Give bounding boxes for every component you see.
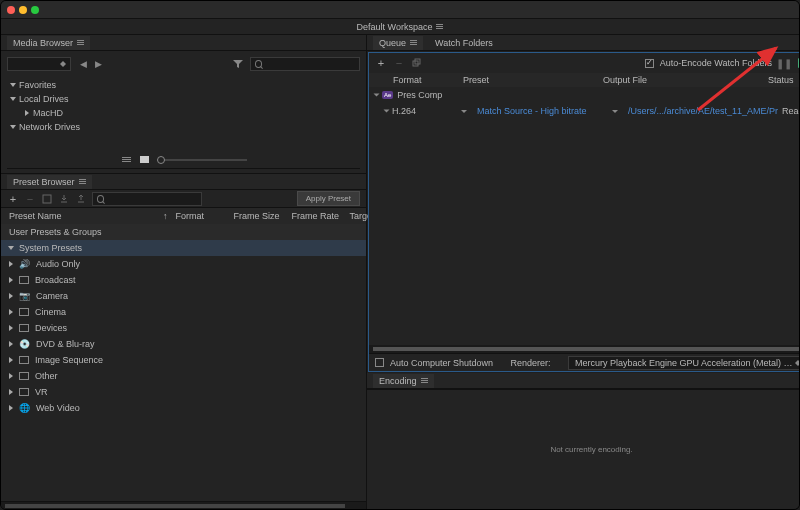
encoding-tab[interactable]: Encoding: [373, 374, 434, 388]
preset-list: User Presets & Groups System Presets 🔊Au…: [1, 224, 366, 501]
auto-encode-checkbox[interactable]: [645, 59, 654, 68]
workspace-selector[interactable]: Default Workspace: [357, 22, 444, 32]
main-area: Media Browser ◀ ▶: [1, 35, 799, 509]
queue-tab[interactable]: Queue: [373, 36, 423, 50]
list-view-icon[interactable]: [121, 155, 133, 165]
media-search-input[interactable]: [265, 60, 355, 69]
import-preset-icon[interactable]: [58, 193, 70, 205]
media-browser-panel: ◀ ▶ Favorites Local Drives: [1, 51, 366, 174]
preset-browser-tab[interactable]: Preset Browser: [7, 175, 92, 189]
preset-item-audio[interactable]: 🔊Audio Only: [1, 256, 366, 272]
auto-shutdown-checkbox[interactable]: [375, 358, 384, 367]
tree-local-drives[interactable]: Local Drives: [11, 92, 356, 106]
nav-back-icon[interactable]: ◀: [77, 58, 89, 70]
nav-forward-icon[interactable]: ▶: [92, 58, 104, 70]
sort-arrow-icon[interactable]: ↑: [163, 211, 168, 221]
queue-toolbar: + − Auto-Encode Watch Folders ❚❚: [369, 53, 800, 73]
queue-hscroll[interactable]: [369, 345, 800, 353]
preset-item-cinema[interactable]: Cinema: [1, 304, 366, 320]
media-filter-select[interactable]: [7, 57, 71, 71]
disc-icon: 💿: [19, 339, 30, 349]
duplicate-icon[interactable]: [411, 57, 423, 69]
preset-group-system[interactable]: System Presets: [1, 240, 366, 256]
preset-item-other[interactable]: Other: [1, 368, 366, 384]
preset-settings-icon[interactable]: [41, 193, 53, 205]
preset-search-input[interactable]: [107, 194, 197, 203]
dropdown-icon[interactable]: [612, 110, 618, 113]
panel-menu-icon[interactable]: [421, 378, 428, 383]
comp-name: Pres Comp: [397, 90, 442, 100]
media-browser-tab[interactable]: Media Browser: [7, 36, 90, 50]
maximize-icon[interactable]: [31, 6, 39, 14]
output-link[interactable]: /Users/.../archive/AE/test_11_AME/Pres C…: [628, 106, 778, 116]
panel-menu-icon[interactable]: [77, 40, 84, 45]
col-frame-rate[interactable]: Frame Rate: [292, 211, 342, 221]
watch-folders-tab[interactable]: Watch Folders: [429, 36, 499, 50]
col-output[interactable]: Output File: [603, 75, 743, 85]
dropdown-icon[interactable]: [461, 110, 467, 113]
workspace-bar: Default Workspace: [1, 19, 799, 35]
format-link[interactable]: H.264: [392, 106, 454, 116]
chevron-down-icon: [374, 94, 380, 97]
preset-hscroll[interactable]: [1, 501, 366, 509]
chevron-down-icon: [8, 246, 14, 250]
queue-item-row[interactable]: H.264 Match Source - High bitrate /Users…: [369, 103, 800, 119]
start-queue-button[interactable]: [796, 57, 800, 69]
preset-item-web[interactable]: 🌐Web Video: [1, 400, 366, 416]
panel-menu-icon[interactable]: [79, 179, 86, 184]
chevron-down-icon: [10, 83, 16, 87]
col-format[interactable]: Format: [176, 211, 226, 221]
minimize-icon[interactable]: [19, 6, 27, 14]
chevron-down-icon: [10, 97, 16, 101]
export-preset-icon[interactable]: [75, 193, 87, 205]
chevron-right-icon: [9, 341, 13, 347]
preset-search[interactable]: [92, 192, 202, 206]
search-icon: [97, 195, 104, 203]
preset-group-user[interactable]: User Presets & Groups: [1, 224, 366, 240]
col-preset-name[interactable]: Preset Name: [9, 211, 159, 221]
col-status[interactable]: Status: [768, 75, 800, 85]
tree-network-drives[interactable]: Network Drives: [11, 120, 356, 134]
remove-source-icon[interactable]: −: [393, 57, 405, 69]
remove-preset-icon[interactable]: −: [24, 193, 36, 205]
preset-item-broadcast[interactable]: Broadcast: [1, 272, 366, 288]
queue-footer: Auto Computer Shutdown Renderer: Mercury…: [369, 353, 800, 371]
folder-icon: [19, 388, 29, 396]
preset-item-vr[interactable]: VR: [1, 384, 366, 400]
panel-menu-icon[interactable]: [410, 40, 417, 45]
col-preset[interactable]: Preset: [463, 75, 603, 85]
filter-icon[interactable]: [232, 58, 244, 70]
window-controls: [7, 6, 39, 14]
preset-browser-tabbar: Preset Browser: [1, 174, 366, 190]
right-column: Queue Watch Folders + − Auto-Encode Watc…: [367, 35, 800, 509]
col-frame-size[interactable]: Frame Size: [234, 211, 284, 221]
folder-icon: [19, 324, 29, 332]
menu-icon: [436, 24, 443, 29]
tree-favorites[interactable]: Favorites: [11, 78, 356, 92]
queue-tabbar: Queue Watch Folders: [367, 35, 800, 51]
add-source-icon[interactable]: +: [375, 57, 387, 69]
media-tree: Favorites Local Drives MacHD Network Dri…: [7, 76, 360, 148]
close-icon[interactable]: [7, 6, 15, 14]
col-format[interactable]: Format: [393, 75, 463, 85]
preset-item-devices[interactable]: Devices: [1, 320, 366, 336]
pause-queue-icon[interactable]: ❚❚: [778, 57, 790, 69]
thumbnail-size-slider[interactable]: [157, 159, 247, 161]
preset-item-image-seq[interactable]: Image Sequence: [1, 352, 366, 368]
preset-browser-title: Preset Browser: [13, 177, 75, 187]
chevron-right-icon: [9, 357, 13, 363]
nav-arrows: ◀ ▶: [77, 58, 104, 70]
tree-machd[interactable]: MacHD: [11, 106, 356, 120]
renderer-value: Mercury Playback Engine GPU Acceleration…: [575, 358, 795, 368]
queue-comp-row[interactable]: Ae Pres Comp: [369, 87, 800, 103]
apply-preset-button[interactable]: Apply Preset: [297, 191, 360, 206]
preset-link[interactable]: Match Source - High bitrate: [477, 106, 605, 116]
camera-icon: 📷: [19, 291, 30, 301]
media-search[interactable]: [250, 57, 360, 71]
chevron-right-icon: [9, 405, 13, 411]
grid-view-icon[interactable]: [139, 155, 151, 165]
preset-item-dvd[interactable]: 💿DVD & Blu-ray: [1, 336, 366, 352]
add-preset-icon[interactable]: +: [7, 193, 19, 205]
renderer-select[interactable]: Mercury Playback Engine GPU Acceleration…: [568, 356, 800, 370]
preset-item-camera[interactable]: 📷Camera: [1, 288, 366, 304]
